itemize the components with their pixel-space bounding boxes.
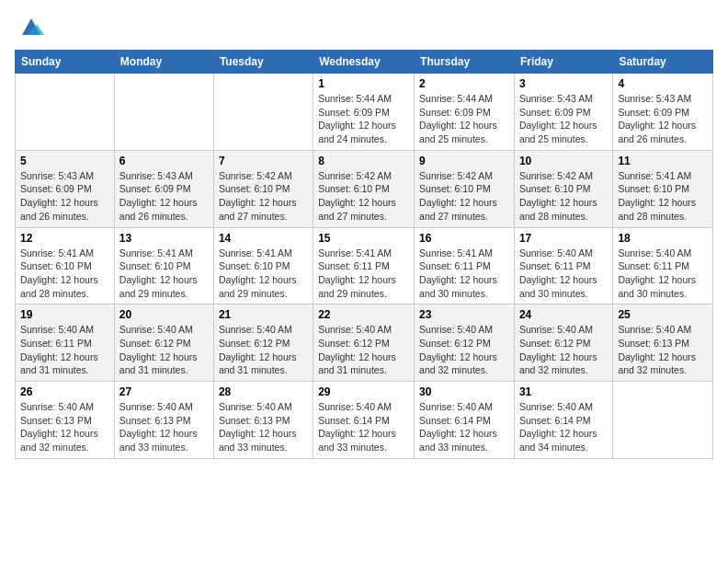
calendar-cell: 25Sunrise: 5:40 AM Sunset: 6:13 PM Dayli…: [613, 304, 713, 382]
day-info: Sunrise: 5:40 AM Sunset: 6:12 PM Dayligh…: [519, 323, 608, 377]
day-number: 20: [119, 308, 209, 321]
day-info: Sunrise: 5:43 AM Sunset: 6:09 PM Dayligh…: [519, 92, 608, 146]
day-info: Sunrise: 5:42 AM Sunset: 6:10 PM Dayligh…: [419, 169, 509, 224]
calendar-cell: 19Sunrise: 5:40 AM Sunset: 6:11 PM Dayli…: [16, 304, 115, 382]
calendar-week-row: 5Sunrise: 5:43 AM Sunset: 6:09 PM Daylig…: [16, 150, 713, 227]
calendar-cell: 7Sunrise: 5:42 AM Sunset: 6:10 PM Daylig…: [213, 150, 313, 227]
day-info: Sunrise: 5:43 AM Sunset: 6:09 PM Dayligh…: [20, 169, 109, 224]
day-number: 5: [20, 155, 109, 167]
calendar-week-row: 1Sunrise: 5:44 AM Sunset: 6:09 PM Daylig…: [16, 74, 713, 151]
day-info: Sunrise: 5:42 AM Sunset: 6:10 PM Dayligh…: [519, 169, 608, 224]
day-info: Sunrise: 5:44 AM Sunset: 6:09 PM Dayligh…: [318, 92, 409, 146]
calendar-cell: [613, 382, 713, 459]
calendar-cell: 5Sunrise: 5:43 AM Sunset: 6:09 PM Daylig…: [16, 150, 115, 227]
calendar-cell: 22Sunrise: 5:40 AM Sunset: 6:12 PM Dayli…: [313, 304, 415, 382]
day-info: Sunrise: 5:40 AM Sunset: 6:13 PM Dayligh…: [219, 400, 308, 454]
weekday-header-monday: Monday: [114, 51, 213, 74]
calendar-cell: 31Sunrise: 5:40 AM Sunset: 6:14 PM Dayli…: [514, 382, 612, 459]
weekday-header-sunday: Sunday: [16, 51, 115, 74]
calendar-cell: 20Sunrise: 5:40 AM Sunset: 6:12 PM Dayli…: [114, 304, 213, 382]
day-info: Sunrise: 5:40 AM Sunset: 6:14 PM Dayligh…: [519, 400, 608, 454]
day-number: 13: [119, 232, 209, 245]
calendar-cell: [213, 74, 313, 151]
calendar-cell: 29Sunrise: 5:40 AM Sunset: 6:14 PM Dayli…: [313, 382, 415, 459]
calendar-cell: 9Sunrise: 5:42 AM Sunset: 6:10 PM Daylig…: [415, 150, 515, 227]
day-number: 31: [519, 385, 608, 398]
page-header: [15, 15, 713, 40]
day-number: 22: [318, 308, 409, 321]
day-info: Sunrise: 5:41 AM Sunset: 6:10 PM Dayligh…: [219, 247, 308, 301]
day-number: 6: [119, 155, 209, 167]
day-number: 1: [318, 77, 409, 90]
calendar-cell: 2Sunrise: 5:44 AM Sunset: 6:09 PM Daylig…: [415, 74, 515, 151]
calendar-cell: 3Sunrise: 5:43 AM Sunset: 6:09 PM Daylig…: [514, 74, 612, 151]
calendar-cell: 24Sunrise: 5:40 AM Sunset: 6:12 PM Dayli…: [514, 304, 612, 382]
calendar-cell: 21Sunrise: 5:40 AM Sunset: 6:12 PM Dayli…: [213, 304, 313, 382]
day-number: 8: [318, 155, 409, 167]
calendar-table: SundayMondayTuesdayWednesdayThursdayFrid…: [15, 50, 713, 459]
day-number: 29: [318, 385, 409, 398]
calendar-cell: 23Sunrise: 5:40 AM Sunset: 6:12 PM Dayli…: [415, 304, 515, 382]
day-info: Sunrise: 5:41 AM Sunset: 6:11 PM Dayligh…: [318, 247, 409, 301]
logo: [15, 15, 44, 40]
weekday-header-thursday: Thursday: [415, 51, 515, 74]
day-number: 11: [618, 155, 708, 167]
calendar-cell: [16, 74, 115, 151]
calendar-cell: 16Sunrise: 5:41 AM Sunset: 6:11 PM Dayli…: [415, 227, 515, 304]
calendar-cell: 15Sunrise: 5:41 AM Sunset: 6:11 PM Dayli…: [313, 227, 415, 304]
day-number: 19: [20, 308, 109, 321]
day-info: Sunrise: 5:40 AM Sunset: 6:11 PM Dayligh…: [618, 247, 708, 301]
calendar-week-row: 19Sunrise: 5:40 AM Sunset: 6:11 PM Dayli…: [16, 304, 713, 382]
weekday-header-tuesday: Tuesday: [213, 51, 313, 74]
calendar-cell: 27Sunrise: 5:40 AM Sunset: 6:13 PM Dayli…: [114, 382, 213, 459]
calendar-cell: 6Sunrise: 5:43 AM Sunset: 6:09 PM Daylig…: [114, 150, 213, 227]
calendar-cell: 14Sunrise: 5:41 AM Sunset: 6:10 PM Dayli…: [213, 227, 313, 304]
day-info: Sunrise: 5:40 AM Sunset: 6:12 PM Dayligh…: [219, 323, 308, 377]
day-number: 9: [419, 155, 509, 167]
calendar-cell: 11Sunrise: 5:41 AM Sunset: 6:10 PM Dayli…: [613, 150, 713, 227]
day-number: 14: [219, 232, 308, 245]
day-number: 12: [20, 232, 109, 245]
day-number: 28: [219, 385, 308, 398]
day-number: 21: [219, 308, 308, 321]
calendar-cell: 13Sunrise: 5:41 AM Sunset: 6:10 PM Dayli…: [114, 227, 213, 304]
day-info: Sunrise: 5:42 AM Sunset: 6:10 PM Dayligh…: [318, 169, 409, 224]
day-number: 17: [519, 232, 608, 245]
day-info: Sunrise: 5:40 AM Sunset: 6:14 PM Dayligh…: [419, 400, 509, 454]
day-number: 16: [419, 232, 509, 245]
day-number: 25: [618, 308, 708, 321]
day-number: 26: [20, 385, 109, 398]
weekday-header-saturday: Saturday: [613, 51, 713, 74]
calendar-week-row: 26Sunrise: 5:40 AM Sunset: 6:13 PM Dayli…: [16, 382, 713, 459]
day-number: 18: [618, 232, 708, 245]
weekday-header-wednesday: Wednesday: [313, 51, 415, 74]
day-number: 10: [519, 155, 608, 167]
day-info: Sunrise: 5:43 AM Sunset: 6:09 PM Dayligh…: [119, 169, 209, 224]
day-info: Sunrise: 5:40 AM Sunset: 6:13 PM Dayligh…: [119, 400, 209, 454]
day-info: Sunrise: 5:40 AM Sunset: 6:11 PM Dayligh…: [20, 323, 109, 377]
calendar-week-row: 12Sunrise: 5:41 AM Sunset: 6:10 PM Dayli…: [16, 227, 713, 304]
day-number: 3: [519, 77, 608, 90]
logo-icon: [18, 15, 44, 40]
calendar-cell: 4Sunrise: 5:43 AM Sunset: 6:09 PM Daylig…: [613, 74, 713, 151]
calendar-cell: 12Sunrise: 5:41 AM Sunset: 6:10 PM Dayli…: [16, 227, 115, 304]
day-number: 7: [219, 155, 308, 167]
calendar-cell: 1Sunrise: 5:44 AM Sunset: 6:09 PM Daylig…: [313, 74, 415, 151]
day-info: Sunrise: 5:40 AM Sunset: 6:13 PM Dayligh…: [20, 400, 109, 454]
calendar-cell: 8Sunrise: 5:42 AM Sunset: 6:10 PM Daylig…: [313, 150, 415, 227]
day-info: Sunrise: 5:40 AM Sunset: 6:14 PM Dayligh…: [318, 400, 409, 454]
day-number: 2: [419, 77, 509, 90]
day-number: 24: [519, 308, 608, 321]
calendar-cell: 18Sunrise: 5:40 AM Sunset: 6:11 PM Dayli…: [613, 227, 713, 304]
calendar-cell: 28Sunrise: 5:40 AM Sunset: 6:13 PM Dayli…: [213, 382, 313, 459]
weekday-header-friday: Friday: [514, 51, 612, 74]
calendar-cell: 17Sunrise: 5:40 AM Sunset: 6:11 PM Dayli…: [514, 227, 612, 304]
day-info: Sunrise: 5:41 AM Sunset: 6:11 PM Dayligh…: [419, 247, 509, 301]
day-number: 4: [618, 77, 708, 90]
day-info: Sunrise: 5:41 AM Sunset: 6:10 PM Dayligh…: [20, 247, 109, 301]
day-info: Sunrise: 5:40 AM Sunset: 6:12 PM Dayligh…: [419, 323, 509, 377]
day-number: 27: [119, 385, 209, 398]
day-info: Sunrise: 5:42 AM Sunset: 6:10 PM Dayligh…: [219, 169, 308, 224]
calendar-cell: 26Sunrise: 5:40 AM Sunset: 6:13 PM Dayli…: [16, 382, 115, 459]
day-info: Sunrise: 5:43 AM Sunset: 6:09 PM Dayligh…: [618, 92, 708, 146]
